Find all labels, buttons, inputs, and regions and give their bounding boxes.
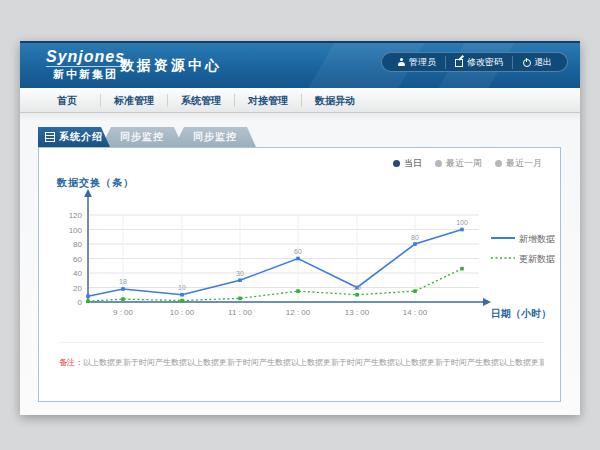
svg-text:100: 100 — [456, 219, 468, 226]
current-user-button[interactable]: 管理员 — [388, 56, 445, 69]
nav-item-home[interactable]: 首页 — [34, 94, 100, 107]
content-area: 系统介绍 同步监控 同步监控 当日 最近一周 — [20, 113, 580, 415]
main-nav: 首页 标准管理 系统管理 对接管理 数据异动 — [20, 88, 580, 113]
svg-text:11 : 00: 11 : 00 — [228, 308, 252, 317]
tab-sync-monitor-2[interactable]: 同步监控 — [174, 127, 256, 147]
period-option-today[interactable]: 当日 — [393, 157, 422, 170]
change-password-label: 修改密码 — [467, 56, 503, 69]
svg-text:18: 18 — [119, 278, 127, 285]
tab-bar: 系统介绍 同步监控 同步监控 — [38, 127, 256, 147]
period-label: 最近一周 — [446, 157, 482, 170]
user-icon — [397, 58, 405, 66]
line-chart: 0204060801001209 : 0010 : 0011 : 0012 : … — [39, 188, 560, 338]
tab-label: 同步监控 — [120, 130, 164, 144]
radio-icon — [393, 160, 400, 167]
chart-panel: 当日 最近一周 最近一月 数据交换（条） 0204060801001209 : … — [38, 147, 561, 402]
page-title: 数据资源中心 — [120, 57, 222, 75]
page-background: Synjones 新中新集团 数据资源中心 管理员 修改密码 退出 — [0, 0, 600, 450]
svg-text:新增数据: 新增数据 — [519, 234, 555, 244]
nav-item-standards[interactable]: 标准管理 — [100, 94, 167, 107]
logout-label: 退出 — [534, 56, 552, 69]
user-toolbar: 管理员 修改密码 退出 — [381, 52, 568, 72]
app-window: Synjones 新中新集团 数据资源中心 管理员 修改密码 退出 — [20, 41, 580, 415]
svg-text:60: 60 — [294, 248, 302, 255]
period-option-last-week[interactable]: 最近一周 — [435, 157, 482, 170]
current-user-label: 管理员 — [409, 56, 436, 69]
svg-text:12 : 00: 12 : 00 — [286, 308, 311, 317]
radio-icon — [435, 160, 442, 167]
svg-text:10: 10 — [178, 284, 186, 291]
app-header: Synjones 新中新集团 数据资源中心 管理员 修改密码 退出 — [20, 41, 580, 88]
svg-text:120: 120 — [69, 211, 83, 220]
footnote-text: 以上数据更新于时间产生数据以上数据更新于时间产生数据以上数据更新于时间产生数据以… — [83, 358, 544, 367]
svg-text:10: 10 — [353, 284, 361, 291]
logo-wordmark: Synjones — [46, 48, 125, 66]
power-icon — [522, 58, 530, 66]
svg-text:更新数据: 更新数据 — [519, 254, 555, 264]
logo-company-name: 新中新集团 — [46, 66, 125, 81]
period-label: 最近一月 — [506, 157, 542, 170]
edit-icon — [455, 58, 463, 66]
tab-sync-monitor-1[interactable]: 同步监控 — [101, 127, 183, 147]
svg-text:14 : 00: 14 : 00 — [403, 308, 428, 317]
nav-item-integration[interactable]: 对接管理 — [234, 94, 301, 107]
svg-text:100: 100 — [69, 226, 83, 235]
svg-text:20: 20 — [73, 284, 82, 293]
period-label: 当日 — [404, 157, 422, 170]
footnote: 备注：以上数据更新于时间产生数据以上数据更新于时间产生数据以上数据更新于时间产生… — [59, 342, 544, 368]
change-password-button[interactable]: 修改密码 — [445, 56, 512, 69]
svg-text:10 : 00: 10 : 00 — [170, 308, 195, 317]
period-option-last-month[interactable]: 最近一月 — [495, 157, 542, 170]
period-selector: 当日 最近一周 最近一月 — [393, 157, 542, 170]
svg-text:9 : 00: 9 : 00 — [113, 308, 134, 317]
svg-text:13 : 00: 13 : 00 — [345, 308, 370, 317]
tab-system-intro[interactable]: 系统介绍 — [38, 127, 110, 147]
svg-text:80: 80 — [411, 234, 419, 241]
nav-item-data-changes[interactable]: 数据异动 — [301, 94, 368, 107]
document-icon — [45, 132, 55, 142]
svg-text:0: 0 — [78, 298, 83, 307]
tab-label: 系统介绍 — [59, 130, 103, 144]
tab-label: 同步监控 — [193, 130, 237, 144]
logout-button[interactable]: 退出 — [512, 56, 561, 69]
svg-text:30: 30 — [236, 270, 244, 277]
svg-text:日期（小时）: 日期（小时） — [491, 308, 551, 319]
nav-item-system[interactable]: 系统管理 — [167, 94, 234, 107]
svg-text:60: 60 — [73, 255, 82, 264]
footnote-prefix: 备注： — [59, 358, 83, 367]
radio-icon — [495, 160, 502, 167]
svg-text:80: 80 — [73, 240, 82, 249]
svg-text:40: 40 — [73, 269, 82, 278]
company-logo: Synjones 新中新集团 — [46, 48, 125, 81]
